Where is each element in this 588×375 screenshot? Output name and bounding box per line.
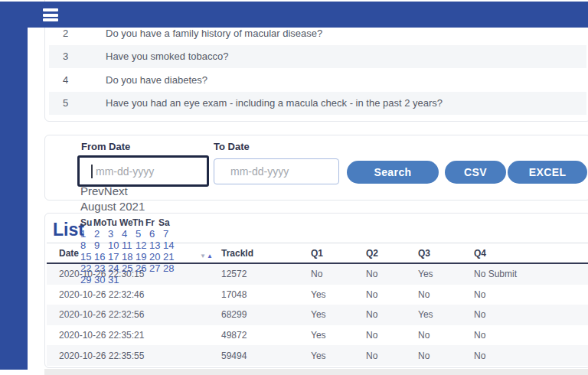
datepicker-weekday-row: SuMoTuWeThFrSa (80, 217, 195, 228)
question-number: 4 (49, 74, 95, 86)
cell-q4: No (472, 351, 588, 361)
cell-q2: No (364, 309, 416, 320)
datepicker-day-link[interactable]: 8 (80, 240, 94, 251)
search-button[interactable]: Search (347, 161, 439, 184)
weekday-label: Tu (106, 217, 119, 228)
datepicker-day-link[interactable]: 7 (163, 228, 177, 240)
app-header (0, 2, 588, 28)
weekday-label: We (119, 217, 132, 228)
datepicker-day-link[interactable]: 15 (80, 251, 94, 262)
datepicker-day-link[interactable]: 2 (94, 228, 108, 240)
csv-export-button[interactable]: CSV (445, 161, 506, 184)
datepicker-day-link[interactable]: 20 (149, 251, 163, 262)
datepicker-day-link[interactable]: 1 (80, 228, 94, 240)
datepicker-day-link[interactable]: 25 (122, 262, 136, 274)
datepicker-day-link[interactable]: 17 (108, 251, 122, 262)
cell-date: 2020-10-26 22:32:46 (47, 289, 217, 300)
datepicker-day-link[interactable]: 4 (122, 228, 136, 240)
datepicker-day-link[interactable]: 5 (136, 228, 149, 240)
weekday-label: Su (80, 217, 93, 228)
datepicker-day-link[interactable]: 28 (163, 262, 177, 274)
question-text: Have you smoked tobacco? (95, 51, 228, 62)
sort-icons[interactable]: ▼▲ (200, 253, 214, 259)
cell-q4: No (472, 289, 588, 300)
datepicker-day-link[interactable]: 11 (122, 240, 136, 251)
weekday-label: Sa (158, 217, 172, 228)
cell-q4: No Submit (472, 269, 588, 279)
app-screen: 2Do you have a family history of macular… (0, 0, 588, 375)
datepicker-day-link[interactable]: 29 (80, 274, 94, 285)
datepicker-day-link[interactable]: 10 (108, 240, 122, 251)
datepicker-day-link[interactable]: 9 (94, 240, 108, 251)
cell-q2: No (364, 269, 416, 279)
cell-q2: No (364, 330, 416, 341)
cell-q3: Yes (416, 269, 472, 279)
text-caret (91, 165, 93, 178)
question-rows: 2Do you have a family history of macular… (49, 21, 586, 115)
sort-asc-icon[interactable]: ▲ (207, 253, 214, 259)
datepicker-day-link[interactable]: 26 (136, 262, 149, 274)
cell-q1: Yes (307, 351, 364, 361)
weekday-label: Fr (145, 217, 158, 228)
datepicker-day-link[interactable]: 3 (108, 228, 122, 240)
cell-q3: No (416, 330, 472, 341)
cell-q4: No (472, 309, 588, 320)
cell-q4: No (472, 330, 588, 341)
table-row: 2020-10-26 22:32:4617048YesNoNoNo (47, 285, 588, 305)
to-date-label: To Date (214, 141, 250, 152)
cell-q3: Yes (416, 309, 472, 320)
question-row: 3Have you smoked tobacco? (49, 45, 586, 69)
from-date-label: From Date (81, 141, 130, 152)
datepicker-day-link[interactable]: 13 (149, 240, 163, 251)
table-row: 2020-10-26 22:32:5668299YesNoYesNo (47, 305, 588, 325)
datepicker-day-link[interactable]: 18 (122, 251, 136, 262)
page-bottom-strip (44, 369, 588, 375)
weekday-label: Th (132, 217, 145, 228)
datepicker-nav: PrevNext (80, 184, 195, 198)
cell-date: 2020-10-26 22:35:55 (47, 351, 217, 361)
datepicker-prev-link[interactable]: Prev (80, 184, 104, 197)
datepicker-week-row: 293031 (80, 274, 195, 285)
datepicker-day-link[interactable]: 30 (94, 274, 108, 285)
datepicker-next-link[interactable]: Next (104, 184, 128, 197)
datepicker-weeks: 1234567891011121314151617181920212223242… (80, 228, 195, 285)
sort-desc-icon[interactable]: ▼ (200, 253, 207, 259)
column-header-trackid: TrackId (217, 248, 307, 259)
datepicker-week-row: 15161718192021 (80, 251, 195, 262)
cell-q2: No (364, 289, 416, 300)
cell-trackid: 17048 (217, 289, 307, 300)
datepicker-day-link[interactable]: 16 (94, 251, 108, 262)
column-header-q2: Q2 (364, 248, 416, 259)
weekday-label: Mo (93, 217, 106, 228)
table-row: 2020-10-26 22:35:2149872YesNoNoNo (47, 325, 588, 346)
datepicker-week-row: 891011121314 (80, 240, 195, 251)
datepicker-day-link[interactable]: 31 (108, 274, 122, 285)
datepicker-day-link[interactable]: 14 (163, 240, 177, 251)
datepicker-day-link[interactable]: 27 (149, 262, 163, 274)
question-text: Do you have a family history of macular … (95, 28, 322, 39)
datepicker-day-link[interactable]: 22 (80, 262, 94, 274)
datepicker-week-row: 22232425262728 (80, 262, 195, 274)
cell-trackid: 59494 (217, 351, 307, 361)
datepicker-day-link[interactable]: 6 (149, 228, 163, 240)
datepicker-day-link[interactable]: 12 (136, 240, 149, 251)
question-number: 2 (49, 28, 95, 39)
cell-q1: Yes (307, 289, 364, 300)
column-header-q4: Q4 (472, 248, 588, 259)
menu-button[interactable] (43, 8, 60, 24)
excel-export-button[interactable]: EXCEL (508, 161, 587, 184)
cell-q3: No (416, 351, 472, 361)
hamburger-icon (43, 8, 60, 21)
cell-q2: No (364, 351, 416, 361)
cell-trackid: 68299 (217, 309, 307, 320)
datepicker-month-label: August 2021 (80, 200, 195, 214)
from-date-input[interactable] (77, 155, 209, 187)
datepicker-day-link[interactable]: 21 (163, 251, 177, 262)
datepicker-day-link[interactable]: 19 (136, 251, 149, 262)
cell-date: 2020-10-26 22:32:56 (47, 309, 217, 320)
cell-q1: Yes (307, 309, 364, 320)
question-text: Do you have diabetes? (95, 74, 207, 86)
datepicker-day-link[interactable]: 24 (108, 262, 122, 274)
to-date-input[interactable] (214, 158, 339, 184)
datepicker-day-link[interactable]: 23 (94, 262, 108, 274)
